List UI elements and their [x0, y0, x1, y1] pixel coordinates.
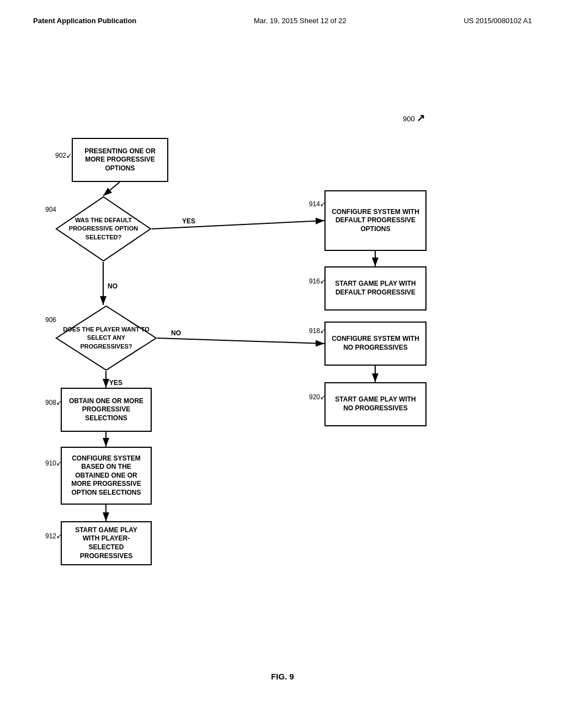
diagram-container: 900 ↗ 902↙ PRESENTING ONE OR MORE PROGRE…	[0, 30, 565, 692]
figure-caption: FIG. 9	[271, 672, 294, 681]
label-912: 912↙	[45, 532, 62, 540]
label-918: 918↙	[309, 327, 326, 335]
label-916: 916↙	[309, 277, 326, 285]
svg-text:YES: YES	[109, 379, 122, 387]
label-910: 910↙	[45, 459, 62, 467]
node-912: START GAME PLAY WITH PLAYER-SELECTED PRO…	[61, 521, 152, 565]
node-914: CONFIGURE SYSTEM WITH DEFAULT PROGRESSIV…	[324, 190, 427, 251]
svg-line-3	[103, 182, 120, 196]
svg-line-9	[157, 338, 324, 344]
svg-text:NO: NO	[108, 282, 118, 290]
header-right: US 2015/0080102 A1	[463, 17, 532, 25]
node-910: CONFIGURE SYSTEM BASED ON THE OBTAINED O…	[61, 447, 152, 505]
header-left: Patent Application Publication	[33, 17, 136, 25]
svg-line-6	[152, 221, 324, 229]
node-916: START GAME PLAY WITH DEFAULT PROGRESSIVE	[324, 266, 427, 311]
node-918: CONFIGURE SYSTEM WITH NO PROGRESSIVES	[324, 322, 427, 366]
header: Patent Application Publication Mar. 19, …	[0, 0, 565, 30]
label-920: 920↙	[309, 393, 326, 401]
node-906: DOES THE PLAYER WANT TO SELECT ANY PROGR…	[55, 305, 157, 371]
node-902: PRESENTING ONE OR MORE PROGRESSIVE OPTIO…	[72, 138, 168, 182]
header-center: Mar. 19, 2015 Sheet 12 of 22	[254, 17, 347, 25]
node-904: WAS THE DEFAULT PROGRESSIVE OPTION SELEC…	[55, 196, 152, 262]
label-908: 908↙	[45, 399, 62, 406]
node-908: OBTAIN ONE OR MORE PROGRESSIVE SELECTION…	[61, 388, 152, 432]
diagram-number: 900 ↗	[403, 112, 425, 124]
svg-text:NO: NO	[171, 329, 181, 337]
node-920: START GAME PLAY WITH NO PROGRESSIVES	[324, 382, 427, 426]
label-902: 902↙	[55, 152, 72, 159]
label-914: 914↙	[309, 200, 326, 208]
svg-text:YES: YES	[182, 217, 195, 225]
